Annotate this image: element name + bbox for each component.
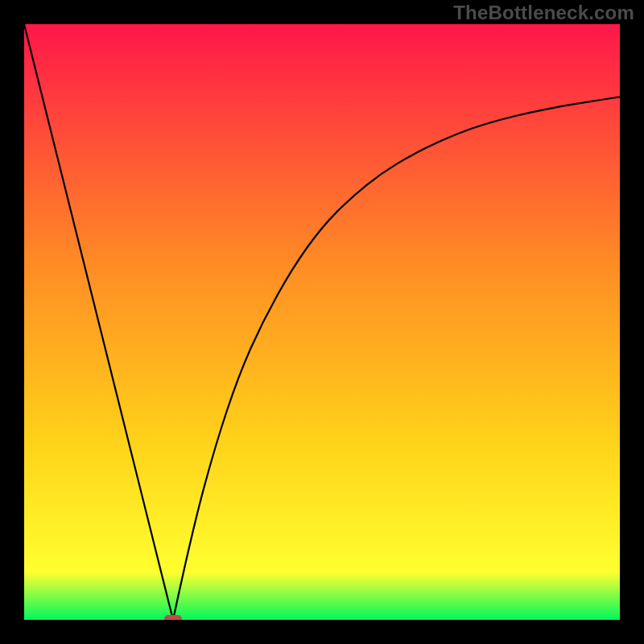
chart-frame: TheBottleneck.com xyxy=(0,0,644,644)
attribution-label: TheBottleneck.com xyxy=(453,2,634,24)
gradient-background xyxy=(24,24,620,620)
minimum-marker xyxy=(164,615,182,620)
chart-svg xyxy=(24,24,620,620)
